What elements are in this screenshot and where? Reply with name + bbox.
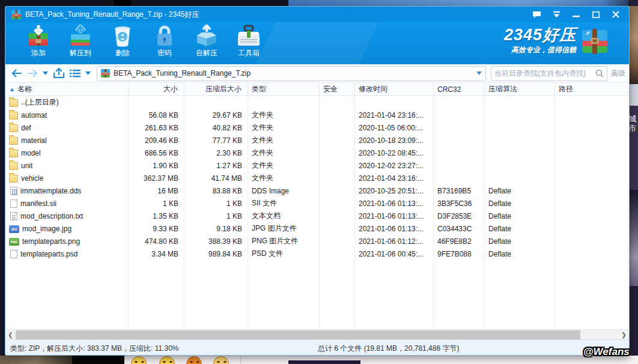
feedback-bubble-icon[interactable] [529, 9, 544, 20]
file-method [485, 159, 555, 172]
file-crc32: 9FE7B088 [434, 247, 485, 260]
table-row[interactable]: vehicle362.37 MB41.74 MB文件夹2021-01-04 23… [5, 172, 629, 184]
toolbar-button-add[interactable]: 添加 [17, 25, 59, 57]
file-name: model [21, 149, 41, 157]
file-type: 文件夹 [248, 172, 320, 184]
file-path [555, 134, 629, 147]
horizontal-scrollbar[interactable]: ❮ ❯ [5, 329, 629, 339]
dds-image-icon [10, 187, 17, 195]
emoji-pumpkin-icon [186, 356, 202, 364]
scroll-right-icon[interactable]: ❯ [619, 330, 629, 340]
table-row[interactable]: automat56.08 KB29.67 KB文件夹2021-01-04 23:… [5, 109, 629, 121]
watermark-text: @Wefans [583, 346, 630, 358]
table-row[interactable]: mod_description.txt1.35 KB1 KB文本文档2021-0… [5, 210, 629, 222]
file-packed-size: 1 KB [184, 210, 248, 222]
address-dropdown-icon[interactable] [476, 71, 482, 75]
advanced-search-button[interactable]: 高级 [611, 68, 625, 79]
table-row[interactable]: material209.46 KB77.77 KB文件夹2020-10-18 2… [5, 134, 629, 147]
file-path [555, 222, 629, 235]
history-dropdown-icon[interactable] [40, 66, 50, 80]
toolbar-button-delete[interactable]: 删除 [102, 25, 144, 57]
search-box[interactable] [491, 66, 607, 81]
screen: 城市 BETA_Pack_Tuning_Renault_Range_T.zip … [0, 0, 638, 364]
file-crc32: 3B3F5C36 [434, 197, 485, 210]
file-name: templateparts.png [22, 237, 80, 246]
sort-ascending-icon: ▲ [9, 86, 15, 93]
png-image-icon [9, 238, 19, 246]
file-packed-size: 29.67 KB [184, 109, 248, 121]
search-input[interactable] [494, 69, 595, 77]
column-header-size[interactable]: 大小 [129, 83, 184, 96]
table-row[interactable]: mod_image.jpg9.33 KB9.18 KBJPG 图片文件2021-… [5, 222, 629, 235]
back-icon[interactable] [9, 66, 25, 80]
column-header-modified[interactable]: 修改时间 [355, 83, 434, 96]
file-size: 16 MB [129, 184, 184, 197]
main-toolbar: 添加 解压到 删除 [5, 22, 629, 64]
file-path [555, 147, 629, 159]
toolbar-button-extract[interactable]: 解压到 [59, 25, 102, 57]
table-row[interactable]: ..(上层目录) [5, 96, 629, 109]
emoji-cat-icon [213, 356, 229, 364]
search-icon[interactable] [595, 69, 604, 77]
column-header-security[interactable]: 安全 [320, 83, 355, 96]
close-button[interactable] [609, 9, 623, 20]
minimize-button[interactable] [569, 9, 583, 20]
file-type: 文本文档 [248, 210, 320, 222]
file-crc32 [434, 134, 485, 147]
scroll-left-icon[interactable]: ❮ [5, 330, 16, 340]
file-type: PNG 图片文件 [248, 235, 320, 247]
column-header-name[interactable]: ▲ 名称 [5, 83, 129, 96]
haozip-logo-icon [581, 28, 609, 54]
file-list: ..(上层目录)automat56.08 KB29.67 KB文件夹2021-0… [5, 96, 629, 329]
toolbar-label: 密码 [157, 49, 172, 57]
toolbar-button-sfx[interactable]: 自解压 [186, 25, 228, 57]
table-row[interactable]: immattemplate.dds16 MB83.88 KBDDS Image2… [5, 184, 629, 197]
file-security [320, 172, 355, 184]
file-type: 文件夹 [248, 147, 320, 159]
skin-menu-icon[interactable] [549, 9, 564, 20]
file-modified: 2021-01-06 00:45:... [355, 247, 434, 260]
view-dropdown-icon[interactable] [83, 66, 93, 80]
column-header-crc32[interactable]: CRC32 [434, 83, 485, 96]
brand-logo: 2345好压 高效专业，值得信赖 [504, 26, 609, 55]
table-row[interactable]: templateparts.psd3.34 MB989.84 KBPSD 文件2… [5, 247, 629, 260]
file-size: 3.34 MB [129, 247, 184, 260]
file-path [555, 121, 629, 134]
parent-folder-icon [9, 99, 18, 107]
file-security [320, 197, 355, 210]
up-level-icon[interactable] [50, 66, 67, 80]
table-row[interactable]: unit1.90 KB1.27 KB文件夹2020-12-02 23:27:..… [5, 159, 629, 172]
file-type: DDS Image [248, 184, 320, 197]
address-bar[interactable]: BETA_Pack_Tuning_Renault_Range_T.zip [97, 66, 486, 81]
file-path [555, 235, 629, 247]
file-modified: 2021-01-06 01:13:... [355, 222, 434, 235]
forward-icon[interactable] [25, 66, 40, 80]
file-modified: 2020-10-22 08:45:... [355, 147, 434, 159]
column-header-packed[interactable]: 压缩后大小 [184, 83, 248, 96]
column-header-method[interactable]: 压缩算法 [485, 83, 555, 96]
folder-icon [9, 124, 18, 132]
table-row[interactable]: model686.56 KB2.30 KB文件夹2020-10-22 08:45… [5, 147, 629, 159]
file-crc32: B73169B5 [434, 184, 485, 197]
view-list-icon[interactable] [67, 66, 83, 80]
file-modified: 2021-01-06 01:12:... [355, 235, 434, 247]
column-header-type[interactable]: 类型 [248, 83, 320, 96]
scrollbar-thumb[interactable] [16, 330, 580, 339]
toolbar-button-password[interactable]: 密码 [144, 25, 186, 57]
file-type: 文件夹 [248, 121, 320, 134]
file-crc32 [434, 121, 485, 134]
file-packed-size: 40.82 KB [184, 121, 248, 134]
table-row[interactable]: templateparts.png474.80 KB388.39 KBPNG 图… [5, 235, 629, 247]
file-security [320, 134, 355, 147]
toolbar-label: 删除 [115, 49, 130, 57]
table-row[interactable]: def261.63 KB40.82 KB文件夹2020-11-05 06:00:… [5, 121, 629, 134]
maximize-button[interactable] [589, 9, 603, 20]
toolbar-button-toolbox[interactable]: 工具箱 [228, 25, 270, 57]
titlebar[interactable]: BETA_Pack_Tuning_Renault_Range_T.zip - 2… [5, 7, 629, 22]
file-method: Deflate [485, 222, 555, 235]
desktop-strip [0, 356, 72, 364]
file-size: 1 KB [129, 197, 184, 210]
column-header-path[interactable]: 路径 [555, 83, 629, 96]
table-row[interactable]: manifest.sii1 KB1 KBSII 文件2021-01-06 01:… [5, 197, 629, 210]
haozip-window: BETA_Pack_Tuning_Renault_Range_T.zip - 2… [5, 6, 630, 356]
